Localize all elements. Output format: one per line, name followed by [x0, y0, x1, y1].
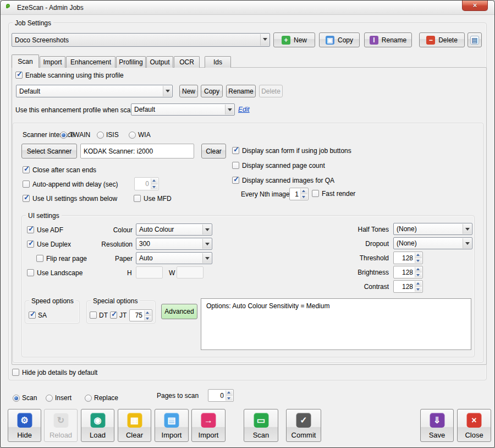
- delete-job-button[interactable]: − Delete: [419, 32, 465, 47]
- import-folder-button[interactable]: → Import: [191, 409, 226, 442]
- tab-enhancement[interactable]: Enhancement: [66, 56, 116, 68]
- use-mfd-checkbox[interactable]: [134, 195, 141, 202]
- save-button[interactable]: ⇓ Save: [420, 409, 454, 442]
- tab-profiling[interactable]: Profiling: [116, 56, 146, 68]
- job-file-button[interactable]: ▤: [468, 32, 482, 47]
- clear-button[interactable]: ▦ Clear: [118, 409, 151, 442]
- load-disc-icon: ◉: [90, 413, 105, 428]
- import-document-icon: ▤: [164, 413, 179, 428]
- radio-mode-scan[interactable]: [13, 395, 20, 402]
- tab-ocr[interactable]: OCR: [174, 56, 200, 68]
- paper-combo[interactable]: Auto: [136, 252, 212, 264]
- colour-combo[interactable]: Auto Colour: [136, 223, 212, 236]
- tab-output[interactable]: Output: [146, 56, 173, 68]
- use-ui-settings-checkbox[interactable]: [23, 195, 30, 202]
- reload-button[interactable]: ↻ Reload: [44, 409, 78, 442]
- use-duplex-checkbox[interactable]: [27, 241, 34, 248]
- document-icon: ▤: [470, 36, 479, 45]
- close-after-scan-label: Close after scan ends: [32, 166, 96, 174]
- advanced-button[interactable]: Advanced: [161, 304, 197, 319]
- tab-ids[interactable]: Ids: [205, 56, 231, 68]
- profile-new-button[interactable]: New: [179, 85, 198, 97]
- threshold-spinner[interactable]: 128: [393, 252, 423, 264]
- pages-to-scan-spinner[interactable]: 0: [208, 389, 234, 402]
- edit-enhancement-link[interactable]: Edit: [238, 106, 250, 113]
- dropout-combo[interactable]: (None): [393, 237, 472, 249]
- auto-append-checkbox[interactable]: [23, 181, 30, 188]
- radio-isis[interactable]: [97, 132, 104, 139]
- scanner-name-field[interactable]: [80, 144, 194, 159]
- radio-wia[interactable]: [129, 132, 136, 139]
- hide-details-checkbox[interactable]: [12, 369, 19, 376]
- every-nth-label: Every Nth image: [241, 190, 290, 198]
- profile-delete-button[interactable]: Delete: [259, 85, 283, 97]
- spinner-arrows-icon[interactable]: [300, 189, 307, 199]
- jt-spinner[interactable]: 75: [129, 309, 152, 321]
- radio-mode-insert-label: Insert: [55, 394, 72, 402]
- radio-twain[interactable]: [60, 132, 67, 139]
- auto-append-delay-spinner[interactable]: 0: [134, 177, 159, 190]
- enhancement-profile-value: Default: [134, 106, 155, 113]
- profile-copy-button[interactable]: Copy: [201, 85, 223, 97]
- sa-label: SA: [38, 312, 47, 319]
- job-combo[interactable]: Doco Screenshots: [12, 33, 270, 47]
- delete-icon: −: [426, 36, 435, 45]
- half-tones-combo[interactable]: (None): [393, 223, 472, 235]
- commit-button[interactable]: ✓ Commit: [286, 409, 321, 442]
- enhancement-profile-combo[interactable]: Default: [131, 103, 235, 116]
- new-job-button[interactable]: + New: [273, 32, 315, 47]
- hide-button[interactable]: ⚙ Hide: [8, 409, 41, 442]
- sa-checkbox[interactable]: [29, 312, 36, 319]
- fast-render-checkbox[interactable]: [312, 190, 319, 197]
- profile-rename-button[interactable]: Rename: [226, 85, 256, 97]
- display-qa-checkbox[interactable]: [232, 177, 239, 184]
- resolution-combo[interactable]: 300: [136, 238, 212, 250]
- contrast-spinner[interactable]: 128: [393, 280, 423, 293]
- rename-job-button[interactable]: I Rename: [364, 32, 412, 47]
- spinner-arrows-icon[interactable]: [226, 390, 233, 401]
- dt-checkbox[interactable]: [90, 312, 97, 319]
- use-landscape-checkbox[interactable]: [27, 269, 34, 276]
- copy-job-button[interactable]: ▣ Copy: [319, 32, 360, 47]
- new-job-label: New: [294, 36, 307, 44]
- use-adf-checkbox[interactable]: [27, 226, 34, 233]
- clear-scanner-button[interactable]: Clear: [201, 144, 226, 159]
- height-field[interactable]: [136, 266, 163, 278]
- close-icon: ×: [473, 1, 477, 9]
- select-scanner-button[interactable]: Select Scanner: [21, 144, 77, 159]
- speed-options-label: Speed options: [29, 297, 76, 305]
- save-download-icon: ⇓: [430, 413, 444, 428]
- radio-mode-insert[interactable]: [46, 395, 53, 402]
- spinner-arrows-icon[interactable]: [151, 178, 158, 189]
- display-scan-form-checkbox[interactable]: [232, 147, 239, 154]
- spinner-arrows-icon[interactable]: [415, 253, 422, 263]
- scan-profile-combo[interactable]: Default: [16, 85, 173, 97]
- tab-import[interactable]: Import: [40, 56, 65, 68]
- radio-mode-replace[interactable]: [85, 395, 92, 402]
- chevron-down-icon: [163, 86, 172, 96]
- tab-scan[interactable]: Scan: [12, 54, 39, 68]
- window-close-button[interactable]: ×: [462, 1, 488, 11]
- display-page-count-checkbox[interactable]: [232, 162, 239, 169]
- auto-append-label: Auto-append with delay (sec): [32, 181, 118, 188]
- width-field[interactable]: [177, 266, 204, 278]
- spinner-arrows-icon[interactable]: [415, 281, 422, 292]
- flip-rear-page-checkbox[interactable]: [36, 255, 43, 262]
- jt-checkbox[interactable]: [110, 312, 117, 319]
- enable-scanning-checkbox[interactable]: [15, 72, 23, 79]
- brightness-spinner[interactable]: 128: [393, 266, 423, 278]
- chevron-down-icon: [202, 225, 211, 234]
- close-after-scan-checkbox[interactable]: [23, 166, 30, 173]
- close-button[interactable]: × Close: [457, 409, 491, 442]
- spinner-arrows-icon[interactable]: [144, 310, 151, 320]
- trash-icon: ▦: [127, 413, 142, 428]
- chevron-down-icon: [260, 34, 269, 46]
- window-title: EzeScan - Admin Jobs: [17, 4, 84, 12]
- spinner-arrows-icon[interactable]: [415, 267, 422, 277]
- radio-twain-label: TWAIN: [69, 131, 90, 139]
- every-nth-spinner[interactable]: 1: [289, 188, 309, 200]
- chevron-down-icon: [463, 238, 471, 248]
- import-document-button[interactable]: ▤ Import: [155, 409, 189, 442]
- load-button[interactable]: ◉ Load: [81, 409, 114, 442]
- scan-button[interactable]: ▭ Scan: [244, 409, 278, 442]
